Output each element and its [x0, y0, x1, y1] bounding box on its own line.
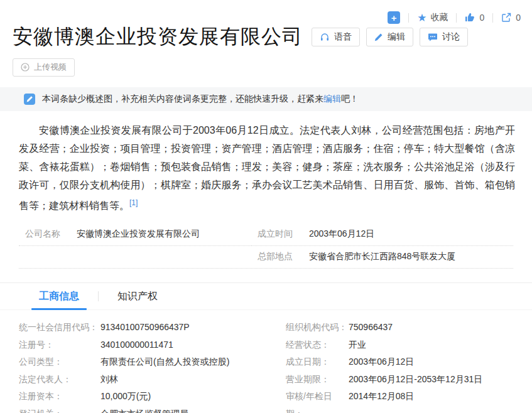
- info-label: 成立时间: [251, 228, 309, 240]
- field-label: 营业期限：: [286, 371, 349, 389]
- info-row-founded-date: 成立时间 2003年06月12日: [251, 223, 513, 246]
- field-row-business-term: 营业期限： 2003年06月12日-2053年12月31日: [286, 371, 513, 389]
- add-icon[interactable]: +: [388, 11, 400, 24]
- summary-paragraph: 安徽博澳企业投资发展有限公司于2003年06月12日成立。法定代表人刘林，公司经…: [19, 121, 515, 215]
- share-icon: [501, 13, 511, 23]
- field-label: 成立日期：: [286, 353, 349, 371]
- tab-intellectual-property[interactable]: 知识产权: [117, 283, 158, 309]
- field-value: 750966437: [349, 319, 393, 336]
- upload-video-label: 上传视频: [34, 62, 67, 73]
- star-icon: ★: [417, 13, 426, 23]
- field-value: 2014年12月08日: [349, 388, 414, 405]
- page-title: 安徽博澳企业投资发展有限公司: [13, 25, 303, 48]
- field-label: 公司类型：: [19, 353, 100, 371]
- divider: [456, 13, 457, 23]
- title-row: 安徽博澳企业投资发展有限公司 语音 编辑 讨论: [13, 25, 532, 48]
- field-label: 注册资本：: [19, 388, 100, 405]
- chat-bubble-icon: [428, 32, 438, 42]
- business-info-left-column: 统一社会信用代码： 91340100750966437P 注册号： 340100…: [19, 319, 286, 413]
- info-label: 公司名称: [19, 228, 77, 240]
- business-info-grid: 统一社会信用代码： 91340100750966437P 注册号： 340100…: [19, 319, 513, 413]
- page-action-bar: + ★ 收藏 0 0: [388, 11, 521, 24]
- notice-text: 本词条缺少概述图，补充相关内容使词条更完整，还能快速升级，赶紧来编辑吧！: [42, 94, 359, 105]
- info-value: 安徽省合肥市长江西路848号联发大厦: [309, 251, 455, 262]
- business-info-section: 统一社会信用代码： 91340100750966437P 注册号： 340100…: [0, 310, 532, 413]
- voice-button[interactable]: 语音: [312, 28, 360, 46]
- tab-divider: [98, 291, 99, 301]
- plus-glyph: +: [391, 13, 397, 23]
- circle-plus-icon: [21, 63, 30, 72]
- business-info-right-column: 组织机构代码： 750966437 经营状态： 开业 成立日期： 2003年06…: [286, 319, 513, 413]
- edit-pencil-icon: [24, 94, 35, 105]
- field-value: 10,000万(元): [100, 388, 151, 405]
- field-row-legal-representative: 法定代表人： 刘林: [19, 371, 286, 389]
- tab-business-info[interactable]: 工商信息: [39, 283, 79, 309]
- voice-label: 语音: [334, 31, 352, 43]
- field-row-registration-number: 注册号： 340100000011471: [19, 336, 286, 354]
- field-value: 开业: [349, 336, 366, 354]
- field-value: 91340100750966437P: [100, 319, 190, 336]
- edit-button[interactable]: 编辑: [366, 28, 413, 46]
- info-label: 总部地点: [251, 251, 309, 262]
- info-value: 安徽博澳企业投资发展有限公司: [77, 228, 200, 240]
- field-row-operating-status: 经营状态： 开业: [286, 336, 513, 354]
- summary-text: 安徽博澳企业投资发展有限公司于2003年06月12日成立。法定代表人刘林，公司经…: [19, 125, 515, 211]
- notice-edit-link[interactable]: 编辑: [323, 94, 341, 104]
- field-label: 组织机构代码：: [286, 319, 349, 336]
- notice-text-before: 本词条缺少概述图，补充相关内容使词条更完整，还能快速升级，赶紧来: [42, 94, 323, 104]
- field-value: 合肥市市场监督管理局: [100, 405, 188, 413]
- section-tab-bar: 工商信息 知识产权: [0, 282, 532, 310]
- basic-info-left-column: 公司名称 安徽博澳企业投资发展有限公司: [19, 223, 251, 268]
- share-button[interactable]: 0: [501, 13, 521, 23]
- notice-bar: 本词条缺少概述图，补充相关内容使词条更完整，还能快速升级，赶紧来编辑吧！: [0, 87, 532, 111]
- headphones-icon: [320, 32, 330, 42]
- discuss-button[interactable]: 讨论: [420, 28, 468, 46]
- favorite-label: 收藏: [430, 12, 448, 23]
- field-label: 经营状态：: [286, 336, 349, 354]
- info-row-company-name: 公司名称 安徽博澳企业投资发展有限公司: [19, 223, 251, 246]
- field-value: 有限责任公司(自然人投资或控股): [100, 353, 229, 371]
- field-row-company-type: 公司类型： 有限责任公司(自然人投资或控股): [19, 353, 286, 371]
- basic-info-right-column: 成立时间 2003年06月12日 总部地点 安徽省合肥市长江西路848号联发大厦: [251, 223, 513, 268]
- field-row-inspection-date: 审核/年检日期： 2014年12月08日: [286, 388, 513, 413]
- divider: [408, 13, 409, 23]
- discuss-label: 讨论: [442, 31, 460, 43]
- basic-info-card: 公司名称 安徽博澳企业投资发展有限公司 成立时间 2003年06月12日 总部地…: [19, 223, 513, 269]
- edit-label: 编辑: [388, 31, 405, 43]
- info-row-spacer: [19, 246, 251, 266]
- notice-text-after: 吧！: [341, 94, 359, 104]
- upload-video-button[interactable]: 上传视频: [13, 58, 75, 77]
- field-label: 审核/年检日期：: [286, 388, 349, 413]
- like-button[interactable]: 0: [465, 13, 484, 23]
- share-count: 0: [516, 13, 521, 23]
- pencil-icon: [374, 33, 383, 41]
- field-row-establishment-date: 成立日期： 2003年06月12日: [286, 353, 513, 371]
- like-count: 0: [479, 13, 484, 23]
- favorite-button[interactable]: ★ 收藏: [417, 12, 448, 23]
- info-value: 2003年06月12日: [309, 228, 374, 240]
- field-label: 法定代表人：: [19, 371, 100, 389]
- field-label: 注册号：: [19, 336, 100, 354]
- field-label: 登记机关：: [19, 405, 100, 413]
- field-label: 统一社会信用代码：: [19, 319, 100, 336]
- field-value: 2003年06月12日-2053年12月31日: [349, 371, 482, 389]
- divider: [492, 13, 493, 23]
- field-row-registration-authority: 登记机关： 合肥市市场监督管理局: [19, 405, 286, 413]
- field-value: 340100000011471: [100, 336, 173, 354]
- field-row-organization-code: 组织机构代码： 750966437: [286, 319, 513, 336]
- field-value: 刘林: [100, 371, 118, 389]
- field-row-registered-capital: 注册资本： 10,000万(元): [19, 388, 286, 405]
- thumbs-up-icon: [465, 13, 475, 23]
- reference-link[interactable]: [1]: [129, 198, 138, 207]
- title-buttons: 语音 编辑 讨论: [312, 28, 468, 46]
- field-value: 2003年06月12日: [349, 353, 414, 371]
- field-row-credit-code: 统一社会信用代码： 91340100750966437P: [19, 319, 286, 336]
- info-row-headquarters: 总部地点 安徽省合肥市长江西路848号联发大厦: [251, 246, 513, 268]
